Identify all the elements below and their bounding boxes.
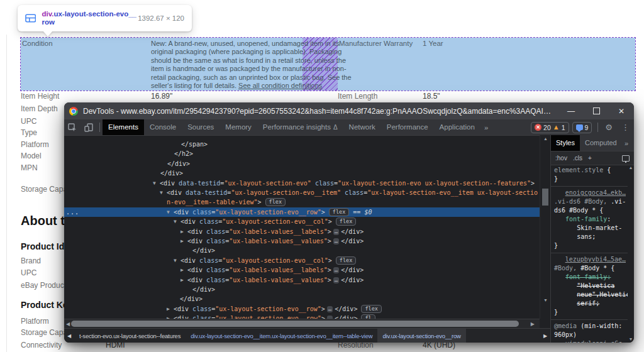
breadcrumb-item[interactable]: div.ux-layout-section-evo__row	[377, 329, 465, 343]
close-button[interactable]: ✕	[609, 102, 634, 119]
dom-tree-node[interactable]: ▼<div data-testid="ux-layout-section-evo…	[64, 188, 540, 197]
elements-vertical-scrollbar[interactable]: ▲ ▼	[540, 135, 551, 319]
css-rule-block: element.style {}	[551, 164, 628, 187]
dom-tree-node[interactable]: ▶<div class="ux-labels-values__labels">……	[64, 227, 540, 236]
node-menu-ellipsis[interactable]: ...	[66, 207, 79, 217]
minimize-button[interactable]: —	[558, 102, 584, 119]
node-markup: <div data-testid="ux-layout-section-evo_…	[167, 188, 538, 197]
styles-scrollbar[interactable]: ▲ ▼	[628, 164, 634, 343]
dom-tree-node[interactable]: </div>	[64, 246, 540, 255]
experiment-flask-icon: Δ	[333, 124, 338, 131]
tab-performance[interactable]: Performance	[381, 119, 434, 135]
devtools-titlebar[interactable]: DevTools - www.ebay.com/itm/295429423790…	[64, 102, 634, 119]
styles-toolbar-[interactable]: +	[588, 155, 592, 162]
dom-tree-node[interactable]: </span>	[64, 140, 540, 149]
tab-network[interactable]: Network	[343, 119, 381, 135]
dom-tree-node[interactable]: ▼<div data-testid="ux-layout-section-evo…	[64, 179, 540, 188]
maximize-button[interactable]	[584, 102, 609, 119]
breadcrumb-left-arrow[interactable]: ◀	[64, 333, 74, 339]
condition-definitions-link[interactable]: See all condition definitions	[238, 82, 322, 89]
dom-tree-node[interactable]: ▼<div class="ux-layout-section-evo__col"…	[64, 256, 540, 265]
scroll-up-arrow[interactable]: ▲	[540, 136, 551, 141]
scroll-left-arrow[interactable]: ◀	[66, 321, 70, 327]
expand-arrow-icon[interactable]: ▶	[167, 304, 170, 314]
dom-tree-node[interactable]: </div>	[64, 294, 540, 304]
expand-arrow-icon[interactable]: ▶	[180, 265, 184, 275]
more-options-icon[interactable]: ⋮	[621, 123, 630, 132]
rendering-brush-icon[interactable]	[622, 155, 630, 162]
dom-tree-node[interactable]: ▶<div class="ux-labels-values__labels">……	[64, 265, 540, 275]
more-tabs-icon[interactable]: »	[484, 124, 487, 131]
expand-arrow-icon[interactable]: ▶	[167, 314, 170, 319]
scrollbar-thumb[interactable]	[71, 321, 519, 327]
spec-value: 18.5"	[423, 92, 440, 101]
dom-tree-panel[interactable]: </span></h2></div></div>▼<div data-testi…	[64, 135, 540, 319]
dom-tree-node[interactable]: </div>	[64, 168, 540, 178]
collapse-arrow-icon[interactable]: ▼	[153, 179, 156, 188]
collapse-arrow-icon[interactable]: ▼	[174, 217, 177, 226]
settings-gear-icon[interactable]: ⚙	[605, 123, 613, 132]
inline-ellipsis-button[interactable]: …	[333, 238, 339, 245]
tab-memory[interactable]: Memory	[219, 119, 257, 135]
tab-application[interactable]: Application	[434, 119, 480, 135]
dom-tree-node[interactable]: ▶<div class="ux-labels-values__values">……	[64, 236, 540, 246]
sidebar-tab-styles[interactable]: Styles	[551, 135, 580, 151]
spec-label: MPN	[21, 163, 38, 172]
collapse-arrow-icon[interactable]: ▼	[167, 207, 170, 217]
spec-label: Brand	[21, 256, 41, 265]
breadcrumb-right-arrow[interactable]: ▶	[540, 333, 550, 339]
dom-tree-node[interactable]: ▶<div class="ux-layout-section-evo__row"…	[64, 314, 540, 319]
tab-performance-insights[interactable]: Performance insightsΔ	[257, 119, 343, 135]
expand-arrow-icon[interactable]: ▶	[180, 275, 184, 285]
node-markup: <div class="ux-labels-values__labels">…<…	[187, 265, 364, 275]
condition-label: Condition	[22, 40, 53, 47]
issues-badge[interactable]: 9	[572, 122, 592, 133]
tooltip-caret	[43, 31, 53, 36]
device-toolbar-icon[interactable]	[84, 123, 93, 132]
flex-badge[interactable]: flex	[329, 208, 349, 216]
styles-toolbar-hov[interactable]: :hov	[555, 155, 567, 162]
flex-badge[interactable]: flex	[361, 305, 381, 313]
sidebar-tab-computed[interactable]: Computed	[580, 135, 622, 151]
node-markup: </div>	[160, 168, 183, 178]
dom-tree-node[interactable]: ▼<div class="ux-layout-section-evo__col"…	[64, 217, 540, 226]
scroll-down-arrow[interactable]: ▼	[540, 298, 551, 302]
flex-badge[interactable]: fl	[361, 314, 375, 319]
tab-console[interactable]: Console	[144, 119, 182, 135]
tab-sources[interactable]: Sources	[182, 119, 219, 135]
sidebar-more-tabs-icon[interactable]: »	[625, 140, 630, 147]
dom-tree-node[interactable]: </div>	[64, 285, 540, 294]
dom-tree-node[interactable]: </div>	[64, 159, 540, 168]
styles-toolbar-cls[interactable]: .cls	[573, 155, 582, 162]
styles-rules-list[interactable]: element.style {}enoigcgoca4…ekb….vi-ds6 …	[551, 164, 628, 343]
expand-arrow-icon[interactable]: ▶	[180, 227, 184, 236]
inline-ellipsis-button[interactable]: …	[333, 267, 339, 273]
stylesheet-link[interactable]: lezupbyvbi4…5ae…	[551, 255, 628, 264]
dom-tree-node[interactable]: n-evo__item--table-view">flex	[64, 197, 540, 207]
scroll-right-arrow[interactable]: ▶	[531, 321, 535, 327]
dom-tree-node[interactable]: ...▼<div class="ux-layout-section-evo__r…	[64, 207, 540, 217]
collapse-arrow-icon[interactable]: ▼	[174, 256, 177, 265]
errors-warnings-badge[interactable]: ✕ 20 ▲ 1	[531, 122, 569, 133]
breadcrumb-item[interactable]: t-section-evo.ux-layout-section--feature…	[74, 329, 186, 343]
scroll-up-arrow[interactable]: ▲	[628, 165, 634, 170]
flex-badge[interactable]: flex	[336, 217, 356, 226]
flex-badge[interactable]: flex	[265, 198, 286, 206]
inspect-element-icon[interactable]	[68, 123, 77, 132]
scrollbar-thumb[interactable]	[542, 189, 548, 206]
node-markup: <div class="ux-layout-section-evo__col">…	[180, 217, 356, 226]
flex-badge[interactable]: flex	[336, 256, 356, 265]
css-line: serif;	[551, 299, 628, 308]
dom-tree-node[interactable]: ▶<div class="ux-labels-values__values">……	[64, 275, 540, 285]
elements-horizontal-scrollbar[interactable]: ◀ ▶	[64, 319, 540, 329]
dom-tree-node[interactable]: ▶<div class="ux-layout-section-evo__row"…	[64, 304, 540, 314]
collapse-arrow-icon[interactable]: ▼	[160, 188, 163, 197]
inline-ellipsis-button[interactable]: …	[327, 306, 333, 312]
stylesheet-link[interactable]: enoigcgoca4…ekb…	[551, 189, 628, 197]
expand-arrow-icon[interactable]: ▶	[180, 236, 184, 246]
breadcrumb-item[interactable]: div.ux-layout-section-evo__item.ux-layou…	[186, 329, 377, 343]
inline-ellipsis-button[interactable]: …	[333, 229, 339, 235]
tab-elements[interactable]: Elements	[103, 119, 144, 135]
dom-tree-node[interactable]: </h2>	[64, 149, 540, 158]
inline-ellipsis-button[interactable]: …	[333, 277, 339, 283]
